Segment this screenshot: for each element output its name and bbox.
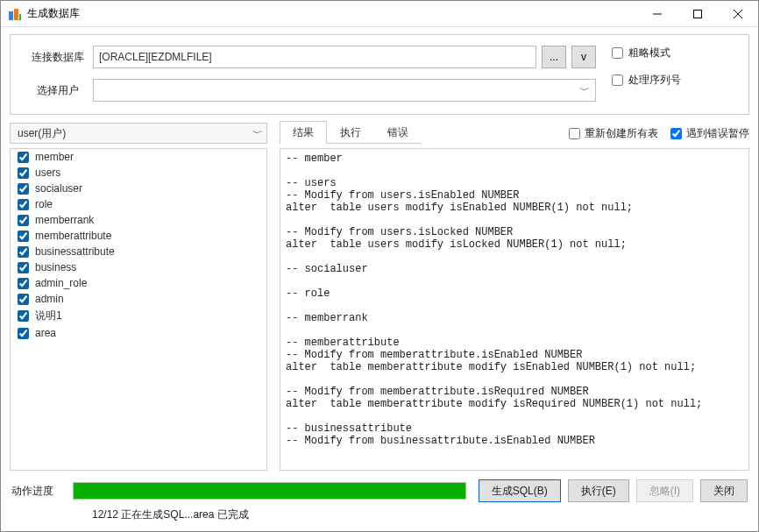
tab-error[interactable]: 错误 <box>374 121 422 144</box>
db-input[interactable]: [ORACLE][EZDMLFILE] <box>93 46 536 68</box>
table-name: admin_role <box>35 277 87 289</box>
user-label: 选择用户 <box>23 83 93 98</box>
db-label: 连接数据库 <box>23 50 93 65</box>
table-name: 说明1 <box>35 309 62 323</box>
list-item[interactable]: member <box>11 149 266 165</box>
progress-bar <box>73 482 466 500</box>
table-name: memberrank <box>35 214 94 226</box>
list-item[interactable]: memberrank <box>11 212 266 228</box>
table-checkbox[interactable] <box>18 262 29 273</box>
list-item[interactable]: business <box>11 259 266 275</box>
table-name: memberattribute <box>35 230 111 242</box>
list-item[interactable]: admin_role <box>11 275 266 291</box>
table-checkbox[interactable] <box>18 246 29 258</box>
progress-label: 动作进度 <box>11 484 73 499</box>
maximize-button[interactable] <box>677 1 718 27</box>
table-checkbox[interactable] <box>18 199 29 210</box>
table-checkbox[interactable] <box>18 294 29 305</box>
table-name: member <box>35 151 74 163</box>
list-item[interactable]: users <box>11 165 266 181</box>
table-name: businessattribute <box>35 245 115 258</box>
chevron-down-icon: ﹀ <box>578 83 592 98</box>
table-name: users <box>35 167 60 179</box>
pause-on-error-label: 遇到错误暂停 <box>686 126 749 141</box>
table-checkbox[interactable] <box>18 278 29 289</box>
progress-status: 12/12 正在生成SQL...area 已完成 <box>92 507 748 522</box>
chevron-down-icon: ﹀ <box>252 126 263 141</box>
table-name: socialuser <box>35 182 82 195</box>
db-browse-button[interactable]: ... <box>542 46 566 68</box>
table-name: area <box>35 327 56 339</box>
result-tabs: 结果 执行 错误 <box>280 123 422 144</box>
svg-rect-4 <box>694 10 702 18</box>
svg-rect-1 <box>14 9 18 20</box>
list-item[interactable]: area <box>11 325 266 341</box>
rough-mode-label: 粗略模式 <box>628 46 670 60</box>
db-dropdown-button[interactable]: v <box>571 46 596 68</box>
table-checkbox[interactable] <box>18 215 29 226</box>
app-icon <box>8 7 22 21</box>
output-pane[interactable]: -- member -- users -- Modify from users.… <box>280 148 749 471</box>
config-panel: 连接数据库 [ORACLE][EZDMLFILE] ... v 选择用户 ﹀ 粗… <box>10 34 749 115</box>
svg-rect-0 <box>9 11 13 20</box>
titlebar: 生成数据库 <box>1 1 758 27</box>
entity-dropdown[interactable]: user(用户) ﹀ <box>10 123 267 144</box>
gensql-button[interactable]: 生成SQL(B) <box>479 479 561 502</box>
close-button[interactable] <box>718 1 758 27</box>
tab-result[interactable]: 结果 <box>280 121 327 144</box>
svg-rect-2 <box>19 14 21 20</box>
list-item[interactable]: admin <box>11 291 266 307</box>
process-seq-label: 处理序列号 <box>628 73 681 88</box>
table-name: role <box>35 198 53 210</box>
list-item[interactable]: socialuser <box>11 181 266 196</box>
table-checkbox[interactable] <box>18 183 29 195</box>
list-item[interactable]: memberattribute <box>11 228 266 244</box>
window-title: 生成数据库 <box>27 6 637 21</box>
minimize-button[interactable] <box>637 1 677 27</box>
list-item[interactable]: role <box>11 196 266 212</box>
table-checkbox[interactable] <box>18 152 29 163</box>
execute-button[interactable]: 执行(E) <box>568 479 629 502</box>
table-checkbox[interactable] <box>18 231 29 242</box>
recreate-all-checkbox[interactable] <box>569 128 580 139</box>
table-checkbox[interactable] <box>18 328 29 339</box>
table-name: business <box>35 261 76 273</box>
ignore-button: 忽略(I) <box>636 479 693 502</box>
close-dialog-button[interactable]: 关闭 <box>700 479 748 502</box>
table-checkbox[interactable] <box>18 310 29 322</box>
list-item[interactable]: 说明1 <box>11 307 266 325</box>
table-name: admin <box>35 293 64 305</box>
rough-mode-checkbox[interactable] <box>612 47 623 59</box>
list-item[interactable]: businessattribute <box>11 244 266 259</box>
process-seq-checkbox[interactable] <box>612 74 623 86</box>
pause-on-error-checkbox[interactable] <box>670 128 682 139</box>
tab-execute[interactable]: 执行 <box>327 121 374 144</box>
recreate-all-label: 重新创建所有表 <box>585 126 658 141</box>
table-list[interactable]: memberuserssocialuserrolememberrankmembe… <box>10 148 267 471</box>
table-checkbox[interactable] <box>18 167 29 179</box>
user-select[interactable]: ﹀ <box>93 79 596 102</box>
